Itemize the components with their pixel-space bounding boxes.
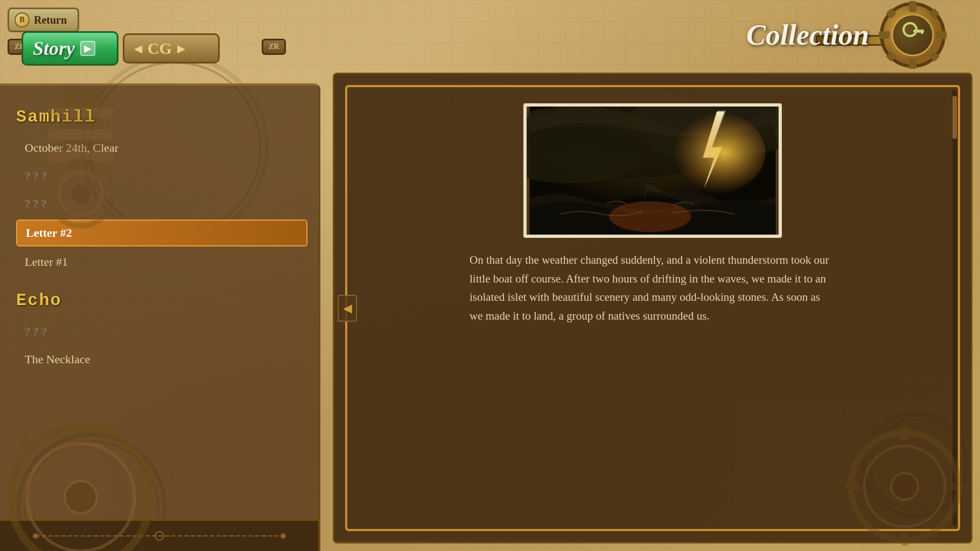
svg-rect-2 bbox=[48, 129, 113, 140]
story-item-necklace[interactable]: The Necklace bbox=[16, 347, 307, 372]
svg-point-45 bbox=[663, 112, 765, 194]
nav-arrow-left[interactable]: ◀ bbox=[338, 295, 357, 322]
return-button[interactable]: B Return bbox=[8, 8, 79, 32]
svg-rect-10 bbox=[76, 422, 85, 437]
svg-rect-26 bbox=[879, 31, 890, 39]
svg-point-48 bbox=[609, 201, 691, 232]
tab-cg[interactable]: ◀ CG ▶ bbox=[123, 33, 220, 63]
tab-cg-arrow-right: ▶ bbox=[177, 42, 185, 55]
tab-cg-arrow-left: ◀ bbox=[134, 42, 142, 55]
svg-rect-21 bbox=[845, 483, 858, 490]
zr-trigger[interactable]: ZR bbox=[262, 39, 286, 55]
collection-gear-icon bbox=[878, 0, 948, 70]
svg-rect-27 bbox=[936, 31, 947, 39]
svg-rect-20 bbox=[901, 533, 908, 546]
svg-rect-1 bbox=[48, 108, 113, 118]
svg-point-18 bbox=[891, 473, 918, 500]
svg-point-6 bbox=[71, 184, 90, 203]
svg-rect-12 bbox=[5, 493, 20, 501]
svg-point-9 bbox=[65, 481, 97, 513]
svg-point-39 bbox=[281, 533, 286, 539]
story-item-q3: ? ? ? bbox=[16, 319, 307, 344]
story-text: On that day the weather changed suddenly… bbox=[470, 251, 836, 326]
svg-rect-36 bbox=[918, 30, 920, 33]
machine-decoration bbox=[27, 86, 135, 248]
svg-rect-19 bbox=[901, 427, 908, 440]
collection-title-text: Collection bbox=[746, 18, 869, 52]
gear-bottom-left bbox=[5, 422, 156, 551]
tab-cg-label: CG bbox=[148, 39, 172, 58]
svg-rect-35 bbox=[921, 30, 923, 34]
chapter-echo: Echo bbox=[16, 291, 307, 310]
tab-story[interactable]: Story ▶ bbox=[22, 31, 118, 66]
b-button-icon: B bbox=[15, 12, 30, 27]
collection-header: Collection bbox=[746, 0, 948, 70]
story-item-letter1[interactable]: Letter #1 bbox=[16, 250, 307, 274]
svg-rect-22 bbox=[951, 483, 964, 490]
tabs-area: Story ▶ ◀ CG ▶ bbox=[22, 31, 220, 66]
tab-story-label: Story bbox=[33, 37, 75, 60]
svg-rect-13 bbox=[141, 493, 156, 501]
right-scroll-thumb bbox=[953, 96, 957, 139]
gear-bottom-right bbox=[845, 427, 964, 546]
storm-svg bbox=[527, 107, 779, 235]
svg-rect-24 bbox=[909, 1, 916, 12]
story-image bbox=[523, 103, 782, 238]
return-label: Return bbox=[34, 14, 67, 26]
tab-story-arrow: ▶ bbox=[80, 41, 95, 56]
svg-rect-25 bbox=[909, 58, 916, 69]
